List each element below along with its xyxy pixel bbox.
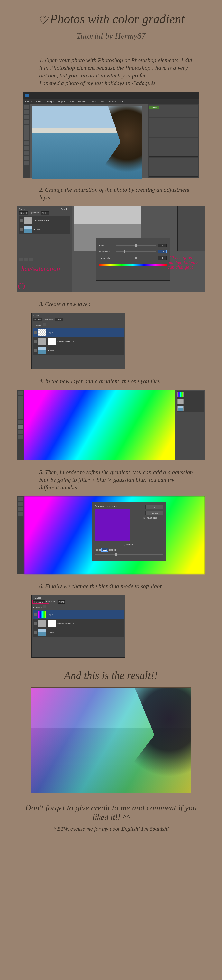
tool-button[interactable] xyxy=(18,401,23,405)
tool-button[interactable] xyxy=(24,110,29,114)
menu-item[interactable]: Ayuda xyxy=(120,100,126,103)
radius-slider[interactable] xyxy=(95,554,163,555)
menu-item[interactable]: Mejora xyxy=(58,100,65,103)
layer-name: Capa 1 xyxy=(48,331,54,334)
preview-checkbox-label[interactable]: Previsualizar xyxy=(146,517,157,519)
zoom-minus[interactable]: ⊖ xyxy=(124,544,125,546)
tool-button[interactable] xyxy=(18,396,23,400)
menu-item[interactable]: Selección xyxy=(78,100,87,103)
screenshot-2: Capas Download Normal Opacidad: 100% Ton… xyxy=(17,206,205,292)
tool-button[interactable] xyxy=(18,391,23,395)
eye-icon[interactable] xyxy=(34,331,37,334)
layer-row[interactable] xyxy=(177,391,204,398)
layer-row[interactable] xyxy=(177,405,204,412)
layer-row[interactable]: Tono/saturación 1 xyxy=(33,337,124,346)
tool-button[interactable] xyxy=(24,146,29,150)
eye-icon[interactable] xyxy=(20,219,23,222)
tool-button[interactable] xyxy=(24,115,29,119)
grad-thumb xyxy=(178,392,184,397)
step-5-text: 5. Then, in order to soften the gradient… xyxy=(39,468,195,491)
radius-label: Radio: xyxy=(95,549,101,551)
page-title: ♡Photos with color gradient xyxy=(16,12,206,27)
tool-button[interactable] xyxy=(24,161,29,165)
lum-slider[interactable] xyxy=(116,258,156,258)
tool-button[interactable] xyxy=(24,125,29,130)
tool-button[interactable] xyxy=(18,420,23,424)
app-icon xyxy=(25,94,29,97)
layer-row[interactable]: Fondo xyxy=(33,346,124,355)
lock-icon[interactable] xyxy=(43,323,46,326)
menu-item[interactable]: Vista xyxy=(100,100,105,103)
menu-item[interactable]: Filtro xyxy=(91,100,96,103)
eye-icon[interactable] xyxy=(34,631,37,634)
layer-row[interactable] xyxy=(177,398,204,405)
layer-row[interactable]: Fondo xyxy=(33,628,124,637)
app-menubar: Archivo Edición Imagen Mejora Capa Selec… xyxy=(23,99,199,104)
sat-value[interactable]: -70 xyxy=(158,250,166,253)
eye-icon[interactable] xyxy=(34,349,37,352)
hue-slider[interactable] xyxy=(116,245,156,246)
tool-button[interactable] xyxy=(24,120,29,124)
opacity-value[interactable]: 100% xyxy=(41,212,49,215)
annotation-hue-sat: hue/saturation xyxy=(21,265,60,272)
tool-button[interactable] xyxy=(24,151,29,155)
layer-thumb xyxy=(38,629,46,636)
menu-item[interactable]: Imagen xyxy=(47,100,54,103)
eye-icon[interactable] xyxy=(34,622,37,625)
tool-button[interactable] xyxy=(18,410,23,415)
opacity-value[interactable]: 100% xyxy=(58,600,66,604)
menu-item[interactable]: Capa xyxy=(69,100,74,103)
tool-button[interactable] xyxy=(18,512,23,516)
eye-icon[interactable] xyxy=(34,613,37,616)
menu-item[interactable]: Ventana xyxy=(108,100,116,103)
panel xyxy=(149,158,198,177)
adjustment-thumb xyxy=(38,338,46,345)
lum-value[interactable]: 0 xyxy=(158,256,166,260)
tool-button[interactable] xyxy=(18,502,23,506)
tool-button[interactable] xyxy=(18,507,23,511)
tool-button[interactable] xyxy=(18,430,23,434)
tool-button[interactable] xyxy=(24,140,29,145)
tool-button[interactable] xyxy=(18,435,23,439)
tool-button[interactable] xyxy=(24,135,29,140)
tool-button[interactable] xyxy=(24,156,29,160)
panel-title: Capas xyxy=(35,597,41,599)
hue-value[interactable]: 0 xyxy=(158,243,166,247)
tool-button[interactable] xyxy=(18,415,23,420)
layer-row-selected[interactable]: Capa 1 xyxy=(33,328,124,337)
gaussian-blur-dialog: OK Cancelar ☑ Previsualizar Desenfoque g… xyxy=(92,502,166,561)
layer-name: Fondo xyxy=(48,349,54,352)
gradient-canvas xyxy=(24,390,175,460)
layer-row[interactable]: Tono/saturación 1 xyxy=(19,216,70,224)
opacity-value[interactable]: 100% xyxy=(55,318,63,321)
cancel-button[interactable]: Cancelar xyxy=(146,511,163,515)
tool-button[interactable] xyxy=(18,405,23,410)
radius-value[interactable]: 90,0 xyxy=(101,548,108,552)
panel-label: Download xyxy=(61,208,70,210)
layer-row[interactable]: Tono/saturación 1 xyxy=(33,619,124,628)
gradient-tool[interactable] xyxy=(18,425,23,429)
tool-button[interactable] xyxy=(18,497,23,501)
tool-button[interactable] xyxy=(24,105,29,109)
ok-button[interactable]: OK xyxy=(146,505,163,509)
lock-icon[interactable] xyxy=(43,605,46,608)
menu-item[interactable]: Archivo xyxy=(25,100,32,103)
grad-thumb xyxy=(38,611,46,618)
sat-slider[interactable] xyxy=(116,251,156,252)
panel-button[interactable] xyxy=(24,258,28,261)
hue-saturation-dialog: Tono: 0 Saturación: -70 Luminosidad: 0 xyxy=(95,237,170,281)
zoom-plus[interactable]: ⊕ xyxy=(132,544,134,546)
adjustment-layer-button[interactable] xyxy=(19,258,23,261)
blend-mode-select[interactable]: Normal xyxy=(33,318,42,321)
panel: Crear ▾ xyxy=(149,105,198,117)
create-button[interactable]: Crear ▾ xyxy=(149,106,159,109)
eye-icon[interactable] xyxy=(34,340,37,343)
tool-button[interactable] xyxy=(24,130,29,135)
menu-item[interactable]: Edición xyxy=(36,100,43,103)
step-4-text: 4. In the new layer add a gradient, the … xyxy=(39,377,195,385)
layer-row-selected[interactable]: Capa 1 xyxy=(33,610,124,619)
blend-mode-select[interactable]: Normal xyxy=(19,212,28,215)
panel-button[interactable] xyxy=(29,258,33,261)
eye-icon[interactable] xyxy=(20,228,23,231)
layer-row[interactable]: Fondo xyxy=(19,225,70,234)
